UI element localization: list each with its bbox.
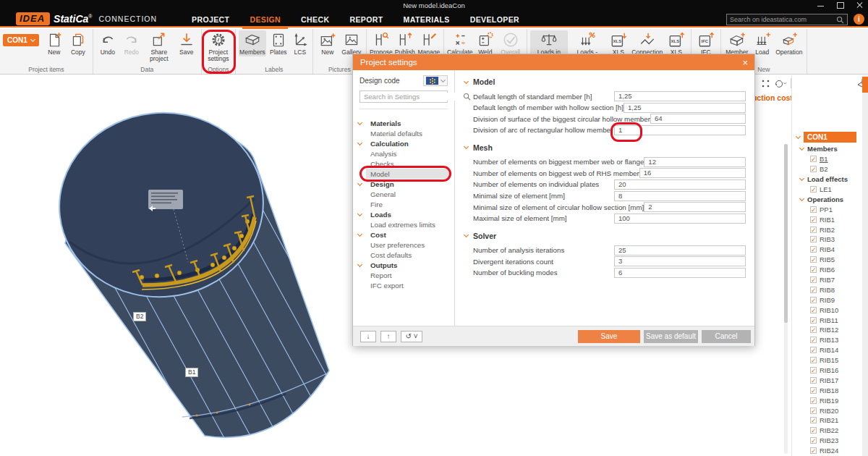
tree-item[interactable]: ✓ RIB2 — [792, 224, 854, 235]
checkbox-checked[interactable]: ✓ — [810, 186, 817, 193]
tree-item[interactable]: ✓ RIB11 — [792, 315, 854, 325]
save-button[interactable]: Save — [175, 30, 198, 63]
settings-nav-item[interactable]: Cost — [366, 229, 450, 240]
tree-item[interactable]: ✓ RIB17 — [792, 375, 854, 385]
tree-item[interactable]: ✓ Load effects — [792, 174, 854, 185]
search-input[interactable] — [727, 16, 836, 23]
tree-item[interactable]: ✓ RIB3 — [792, 235, 854, 245]
gallery-button[interactable]: Gallery — [340, 30, 363, 56]
settings-search-input[interactable] — [360, 93, 463, 101]
member-tag-b1[interactable]: B1 — [185, 368, 198, 377]
checkbox-checked[interactable]: ✓ — [810, 297, 817, 303]
tree-item[interactable]: ✓ RIB1 — [792, 214, 854, 224]
field-input[interactable]: 6 — [614, 268, 746, 278]
checkbox-checked[interactable]: ✓ — [810, 377, 817, 384]
new-load-button[interactable]: Load — [751, 30, 774, 56]
tree-item[interactable]: ✓ Members — [792, 144, 854, 154]
checkbox-checked[interactable]: ✓ — [810, 236, 817, 242]
manage-button[interactable]: Manage — [417, 30, 441, 56]
menu-tab[interactable]: DEVELOPER — [463, 12, 527, 28]
reset-button[interactable]: ↺ ˅ — [401, 331, 422, 342]
new-operation-button[interactable]: Operation — [775, 30, 804, 56]
dialog-titlebar[interactable]: Project settings × — [353, 54, 754, 70]
field-input[interactable]: 16 — [639, 168, 746, 178]
checkbox-checked[interactable]: ✓ — [810, 156, 817, 162]
labels-plates-toggle[interactable]: Plates — [267, 30, 290, 56]
move-down-button[interactable]: ↓ — [360, 331, 376, 342]
maximize-button[interactable] — [836, 1, 844, 9]
labels-toggle-button[interactable] — [759, 77, 772, 90]
checkbox-checked[interactable]: ✓ — [810, 437, 817, 444]
settings-nav-item[interactable]: Cost defaults — [366, 250, 450, 260]
menu-tab[interactable]: DESIGN — [242, 12, 288, 28]
tree-item[interactable]: ✓ LE1 — [792, 185, 854, 195]
info-icon[interactable]: i — [854, 14, 864, 25]
propose-button[interactable]: Propose — [370, 30, 393, 56]
settings-nav-item[interactable]: Loads — [366, 209, 450, 219]
move-up-button[interactable]: ↑ — [380, 331, 396, 342]
checkbox-checked[interactable]: ✓ — [810, 427, 817, 434]
checkbox-checked[interactable]: ✓ — [810, 246, 817, 253]
tree-item[interactable]: ✓ RIB9 — [792, 295, 854, 305]
ifc-export-button[interactable]: IFC IFC — [694, 30, 718, 56]
checkbox-checked[interactable]: ✓ — [810, 276, 817, 283]
checkbox-checked[interactable]: ✓ — [810, 206, 817, 213]
settings-nav-item[interactable]: Materials — [366, 118, 450, 128]
tree-item[interactable]: ✓ RIB15 — [792, 355, 854, 366]
menu-tab[interactable]: MATERIALS — [396, 12, 457, 28]
tree-item[interactable]: ✓ RIB8 — [792, 284, 854, 295]
settings-nav-item[interactable]: Load extremes limits — [366, 219, 450, 229]
checkbox-checked[interactable]: ✓ — [810, 387, 817, 394]
field-input[interactable]: 1,25 — [624, 103, 746, 113]
checkbox-checked[interactable]: ✓ — [810, 317, 817, 324]
menu-tab[interactable]: PROJECT — [184, 12, 237, 28]
checkbox-checked[interactable]: ✓ — [810, 227, 817, 233]
checkbox-checked[interactable]: ✓ — [810, 397, 817, 404]
checkbox-checked[interactable]: ✓ — [810, 307, 817, 313]
tree-item[interactable]: ✓ PP1 — [792, 204, 854, 214]
settings-nav-item[interactable]: Checks — [366, 159, 450, 169]
design-code-select[interactable] — [423, 75, 448, 86]
field-input[interactable]: 64 — [650, 114, 746, 124]
checkbox-checked[interactable]: ✓ — [810, 357, 817, 363]
publish-button[interactable]: Publish — [393, 30, 417, 56]
field-input[interactable]: 12 — [644, 157, 746, 167]
tree-item[interactable]: ✓ RIB23 — [792, 436, 854, 446]
save-settings-button[interactable]: Save — [578, 330, 640, 343]
checkbox-checked[interactable]: ✓ — [810, 256, 817, 263]
tree-item[interactable]: ✓ RIB6 — [792, 265, 854, 275]
tree-item[interactable]: ✓ RIB12 — [792, 325, 854, 335]
tree-scrollbar[interactable] — [784, 144, 788, 454]
settings-nav-item[interactable]: User preferences — [366, 240, 450, 250]
settings-nav-item[interactable]: General — [366, 189, 450, 199]
tree-item[interactable]: ✓ RIB16 — [792, 366, 854, 376]
project-item-selector[interactable]: CON1 — [3, 34, 39, 46]
checkbox-checked[interactable]: ✓ — [810, 326, 817, 333]
tree-root-con1[interactable]: CON1 — [804, 132, 856, 143]
tree-item[interactable]: ✓ Operations — [792, 194, 854, 204]
tree-item[interactable]: ✓ RIB20 — [792, 405, 854, 415]
tree-item[interactable]: ✓ RIB10 — [792, 305, 854, 315]
settings-nav-item[interactable]: Material defaults — [366, 128, 450, 138]
tree-item[interactable]: ✓ RIB22 — [792, 426, 854, 436]
field-input[interactable]: 20 — [614, 180, 746, 190]
settings-nav-item[interactable]: Calculation — [366, 138, 450, 148]
copy-project-item-button[interactable]: Copy — [67, 30, 90, 56]
checkbox-checked[interactable]: ✓ — [810, 408, 817, 414]
tree-item[interactable]: ✓ B2 — [792, 164, 854, 174]
undo-button[interactable]: Undo — [96, 30, 119, 63]
field-input[interactable]: 8 — [614, 191, 746, 201]
settings-nav-item[interactable]: Report — [366, 270, 450, 280]
tree-scrollbar-thumb[interactable] — [784, 144, 788, 323]
close-button[interactable] — [856, 1, 864, 9]
minimize-button[interactable] — [817, 1, 825, 9]
field-input[interactable]: 1,25 — [614, 91, 746, 101]
tree-item[interactable]: ✓ RIB18 — [792, 385, 854, 395]
tree-item[interactable]: ✓ B1 — [792, 154, 854, 164]
member-tag-b2[interactable]: B2 — [133, 312, 146, 321]
checkbox-checked[interactable]: ✓ — [810, 367, 817, 373]
labels-members-toggle[interactable]: Members — [239, 30, 266, 56]
tree-root-row[interactable]: CON1 — [792, 131, 858, 143]
redo-button[interactable]: Redo — [120, 30, 143, 63]
settings-nav-item[interactable]: Design — [366, 179, 450, 189]
